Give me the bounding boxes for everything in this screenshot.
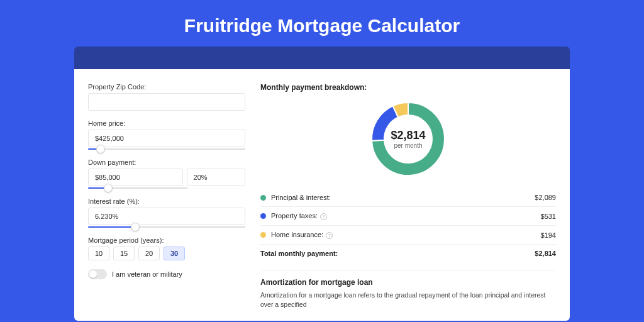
period-10[interactable]: 10 — [88, 247, 109, 260]
legend-value: $531 — [541, 213, 556, 220]
donut-chart: $2,814 per month — [260, 98, 556, 180]
period-label: Mortgage period (years): — [88, 236, 245, 244]
legend-dot — [260, 232, 266, 238]
home-price-field: Home price: — [88, 119, 245, 150]
veteran-row: I am veteran or military — [88, 269, 245, 279]
down-payment-input[interactable] — [88, 169, 183, 186]
period-15[interactable]: 15 — [113, 247, 135, 260]
donut-center: $2,814 per month — [367, 98, 449, 180]
legend-row: Property taxes:?$531 — [260, 206, 556, 225]
amort-title: Amortization for mortgage loan — [260, 278, 556, 287]
amort-text: Amortization for a mortgage loan refers … — [260, 291, 556, 309]
legend-label: Property taxes:? — [271, 212, 541, 220]
total-value: $2,814 — [535, 250, 556, 257]
down-payment-pct-input[interactable] — [187, 169, 245, 186]
legend-dot — [260, 213, 266, 219]
legend-row: Home insurance:?$194 — [260, 225, 556, 244]
interest-field: Interest rate (%): — [88, 197, 245, 228]
donut-total: $2,814 — [391, 129, 425, 142]
legend-row: Principal & interest:$2,089 — [260, 189, 556, 206]
zip-input[interactable] — [88, 93, 245, 111]
down-payment-label: Down payment: — [88, 158, 245, 166]
period-20[interactable]: 20 — [138, 247, 160, 260]
interest-input[interactable] — [88, 208, 245, 225]
form-panel: Property Zip Code: Home price: Down paym… — [88, 83, 245, 321]
info-icon[interactable]: ? — [326, 232, 333, 239]
calculator-card: Property Zip Code: Home price: Down paym… — [74, 69, 570, 321]
legend-value: $2,089 — [535, 194, 556, 201]
down-payment-field: Down payment: — [88, 158, 245, 189]
legend-label: Home insurance:? — [271, 231, 541, 239]
legend-value: $194 — [541, 231, 556, 239]
total-label: Total monthly payment: — [260, 250, 535, 257]
interest-slider[interactable] — [88, 226, 245, 228]
breakdown-panel: Monthly payment breakdown: $2,814 per mo… — [260, 83, 556, 321]
breakdown-heading: Monthly payment breakdown: — [260, 83, 556, 92]
amortization-section: Amortization for mortgage loan Amortizat… — [260, 270, 556, 309]
legend-total: Total monthly payment:$2,814 — [260, 244, 556, 262]
period-field: Mortgage period (years): 10152030 — [88, 236, 245, 260]
legend-dot — [260, 195, 266, 201]
period-30[interactable]: 30 — [164, 247, 185, 260]
donut-sub: per month — [394, 142, 422, 149]
veteran-toggle[interactable] — [88, 269, 107, 279]
zip-label: Property Zip Code: — [88, 83, 245, 91]
home-price-input[interactable] — [88, 130, 245, 147]
home-price-slider[interactable] — [88, 148, 245, 150]
legend-label: Principal & interest: — [271, 194, 535, 201]
veteran-label: I am veteran or military — [112, 270, 182, 278]
interest-label: Interest rate (%): — [88, 197, 245, 205]
down-payment-slider[interactable] — [88, 187, 187, 189]
home-price-label: Home price: — [88, 119, 245, 127]
zip-field: Property Zip Code: — [88, 83, 245, 111]
info-icon[interactable]: ? — [320, 213, 327, 220]
page-title: Fruitridge Mortgage Calculator — [0, 0, 644, 47]
